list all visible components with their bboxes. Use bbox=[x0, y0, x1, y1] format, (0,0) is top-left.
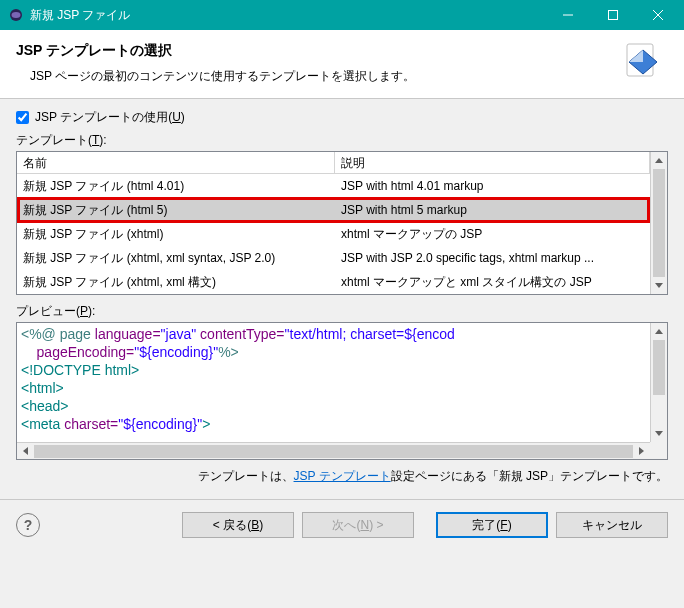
svg-rect-3 bbox=[608, 11, 617, 20]
scroll-corner bbox=[650, 442, 667, 459]
table-scrollbar[interactable] bbox=[650, 152, 667, 294]
button-bar: ? < 戻る(B) 次へ(N) > 完了(F) キャンセル bbox=[0, 500, 684, 550]
cell-name: 新規 JSP ファイル (xhtml, xml syntax, JSP 2.0) bbox=[17, 250, 335, 267]
svg-marker-12 bbox=[655, 431, 663, 436]
use-template-checkbox[interactable]: JSP テンプレートの使用(U) bbox=[16, 109, 668, 126]
preview-code: <%@ page language="java" contentType="te… bbox=[17, 323, 667, 435]
svg-marker-14 bbox=[639, 447, 644, 455]
scroll-thumb[interactable] bbox=[653, 169, 665, 277]
table-row[interactable]: 新規 JSP ファイル (xhtml)xhtml マークアップの JSP bbox=[17, 222, 650, 246]
wizard-title: JSP テンプレートの選択 bbox=[16, 42, 618, 60]
column-name[interactable]: 名前 bbox=[17, 152, 335, 173]
svg-point-1 bbox=[12, 12, 21, 18]
eclipse-icon bbox=[8, 7, 24, 23]
cell-desc: xhtml マークアップと xml スタイル構文の JSP bbox=[335, 274, 650, 291]
preview-vscroll[interactable] bbox=[650, 323, 667, 442]
next-button[interactable]: 次へ(N) > bbox=[302, 512, 414, 538]
wizard-icon bbox=[618, 42, 668, 86]
back-button[interactable]: < 戻る(B) bbox=[182, 512, 294, 538]
cell-name: 新規 JSP ファイル (xhtml, xml 構文) bbox=[17, 274, 335, 291]
cell-name: 新規 JSP ファイル (html 5) bbox=[17, 202, 335, 219]
table-row[interactable]: 新規 JSP ファイル (xhtml, xml 構文)xhtml マークアップと… bbox=[17, 270, 650, 294]
template-hint: テンプレートは、JSP テンプレート設定ページにある「新規 JSP」テンプレート… bbox=[16, 468, 668, 485]
cell-desc: JSP with html 4.01 markup bbox=[335, 179, 650, 193]
scroll-left-icon[interactable] bbox=[17, 443, 34, 460]
help-button[interactable]: ? bbox=[16, 513, 40, 537]
title-bar: 新規 JSP ファイル bbox=[0, 0, 684, 30]
preview-label: プレビュー(P): bbox=[16, 303, 668, 320]
minimize-button[interactable] bbox=[545, 0, 590, 30]
scroll-up-icon[interactable] bbox=[651, 323, 667, 340]
cancel-button[interactable]: キャンセル bbox=[556, 512, 668, 538]
close-button[interactable] bbox=[635, 0, 680, 30]
svg-marker-10 bbox=[655, 283, 663, 288]
finish-button[interactable]: 完了(F) bbox=[436, 512, 548, 538]
cell-name: 新規 JSP ファイル (html 4.01) bbox=[17, 178, 335, 195]
scroll-thumb[interactable] bbox=[653, 340, 665, 395]
table-row[interactable]: 新規 JSP ファイル (xhtml, xml syntax, JSP 2.0)… bbox=[17, 246, 650, 270]
wizard-header: JSP テンプレートの選択 JSP ページの最初のコンテンツに使用するテンプレー… bbox=[0, 30, 684, 99]
scroll-right-icon[interactable] bbox=[633, 443, 650, 460]
cell-desc: JSP with html 5 markup bbox=[335, 203, 650, 217]
scroll-up-icon[interactable] bbox=[651, 152, 667, 169]
table-header-row: 名前 説明 bbox=[17, 152, 650, 174]
window-title: 新規 JSP ファイル bbox=[30, 7, 545, 24]
templates-label: テンプレート(T): bbox=[16, 132, 668, 149]
cell-desc: JSP with JSP 2.0 specific tags, xhtml ma… bbox=[335, 251, 650, 265]
templates-table[interactable]: 名前 説明 新規 JSP ファイル (html 4.01)JSP with ht… bbox=[16, 151, 668, 295]
table-row[interactable]: 新規 JSP ファイル (html 5)JSP with html 5 mark… bbox=[17, 198, 650, 222]
preview-pane: <%@ page language="java" contentType="te… bbox=[16, 322, 668, 460]
svg-marker-13 bbox=[23, 447, 28, 455]
table-row[interactable]: 新規 JSP ファイル (html 4.01)JSP with html 4.0… bbox=[17, 174, 650, 198]
preview-hscroll[interactable] bbox=[17, 442, 650, 459]
svg-marker-9 bbox=[655, 158, 663, 163]
cell-name: 新規 JSP ファイル (xhtml) bbox=[17, 226, 335, 243]
jsp-template-link[interactable]: JSP テンプレート bbox=[294, 469, 391, 483]
column-desc[interactable]: 説明 bbox=[335, 152, 650, 173]
use-template-input[interactable] bbox=[16, 111, 29, 124]
svg-marker-11 bbox=[655, 329, 663, 334]
maximize-button[interactable] bbox=[590, 0, 635, 30]
scroll-thumb[interactable] bbox=[34, 445, 633, 458]
wizard-subtitle: JSP ページの最初のコンテンツに使用するテンプレートを選択します。 bbox=[30, 68, 618, 85]
scroll-down-icon[interactable] bbox=[651, 277, 667, 294]
use-template-label: JSP テンプレートの使用(U) bbox=[35, 109, 185, 126]
scroll-down-icon[interactable] bbox=[651, 425, 667, 442]
cell-desc: xhtml マークアップの JSP bbox=[335, 226, 650, 243]
